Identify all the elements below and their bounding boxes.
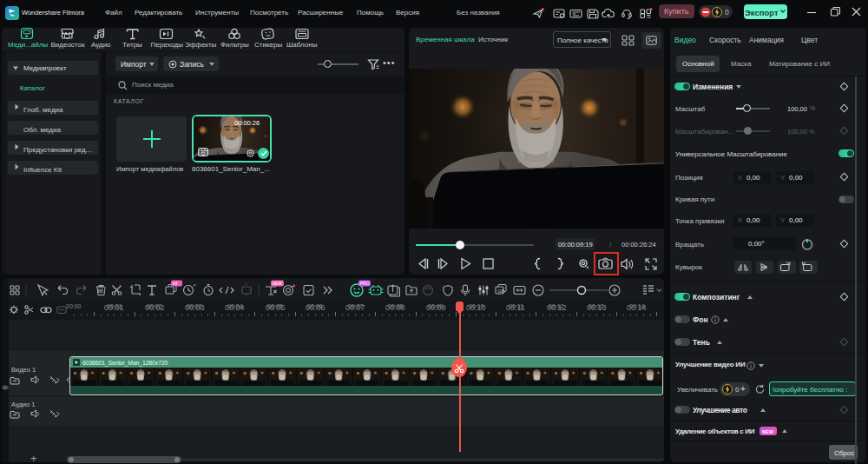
svg-text:PRO: PRO [360, 282, 370, 286]
svg-text:NEW: NEW [273, 282, 283, 286]
svg-text:GB: GB [498, 288, 505, 294]
svg-text:AI: AI [173, 281, 178, 286]
